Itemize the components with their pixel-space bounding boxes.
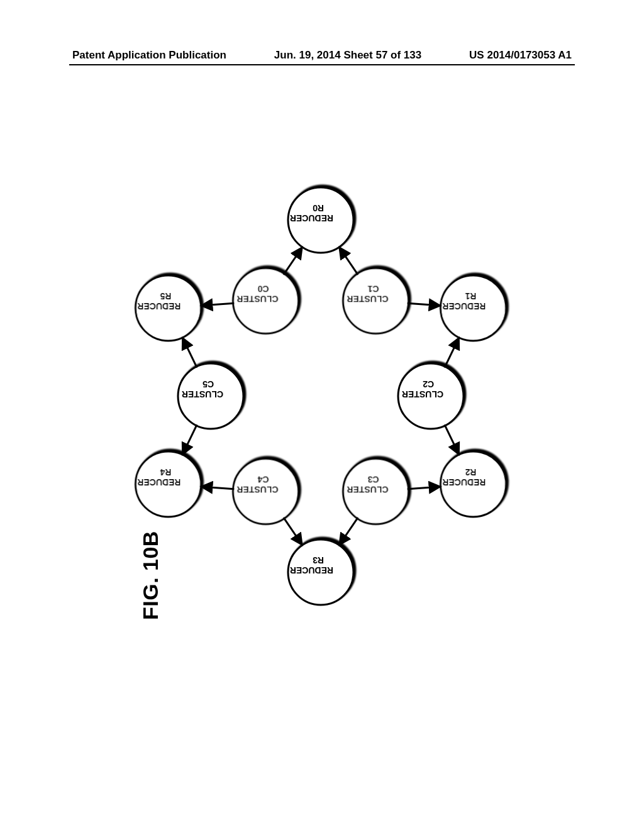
figure-caption: FIG. 10B <box>138 531 163 620</box>
node-cluster-c2: CLUSTER C2 <box>398 363 464 429</box>
node-cluster-c4: CLUSTER C4 <box>233 459 299 524</box>
node-reducer-r3: REDUCER R3 <box>287 540 353 605</box>
edge-c5-r5 <box>182 338 197 368</box>
edge-c1-r1 <box>408 303 441 306</box>
figure-area: REDUCER R0 REDUCER R1 REDUCER <box>101 151 541 641</box>
header-left: Patent Application Publication <box>72 49 226 62</box>
page: Patent Application Publication Jun. 19, … <box>0 0 644 830</box>
edge-c0-r5 <box>201 303 235 306</box>
edge-c3-r3 <box>339 517 358 545</box>
node-cluster-c0: CLUSTER C0 <box>233 268 299 333</box>
node-reducer-r2: REDUCER R2 <box>440 451 506 517</box>
node-reducer-r0: REDUCER R0 <box>287 187 353 253</box>
node-cluster-c5: CLUSTER C5 <box>178 363 243 429</box>
edge-c2-r2 <box>445 424 459 455</box>
node-reducer-r4: REDUCER R4 <box>135 451 201 517</box>
edge-c4-r3 <box>284 517 303 545</box>
edge-c2-r1 <box>445 338 459 368</box>
header-rule <box>69 64 575 65</box>
node-cluster-c1: CLUSTER C1 <box>343 268 409 333</box>
edge-c4-r4 <box>201 487 235 489</box>
node-cluster-c3: CLUSTER C3 <box>343 459 409 524</box>
edge-c0-r0 <box>284 247 303 275</box>
node-reducer-r5: REDUCER R5 <box>135 275 201 341</box>
header-center: Jun. 19, 2014 Sheet 57 of 133 <box>274 49 421 62</box>
edge-c1-r0 <box>339 247 358 275</box>
cluster-reducer-diagram: REDUCER R0 REDUCER R1 REDUCER <box>101 151 541 641</box>
page-header: Patent Application Publication Jun. 19, … <box>72 49 572 62</box>
header-right: US 2014/0173053 A1 <box>469 49 572 62</box>
edge-c5-r4 <box>182 424 197 455</box>
edge-c3-r2 <box>408 487 441 489</box>
node-reducer-r1: REDUCER R1 <box>440 275 506 341</box>
